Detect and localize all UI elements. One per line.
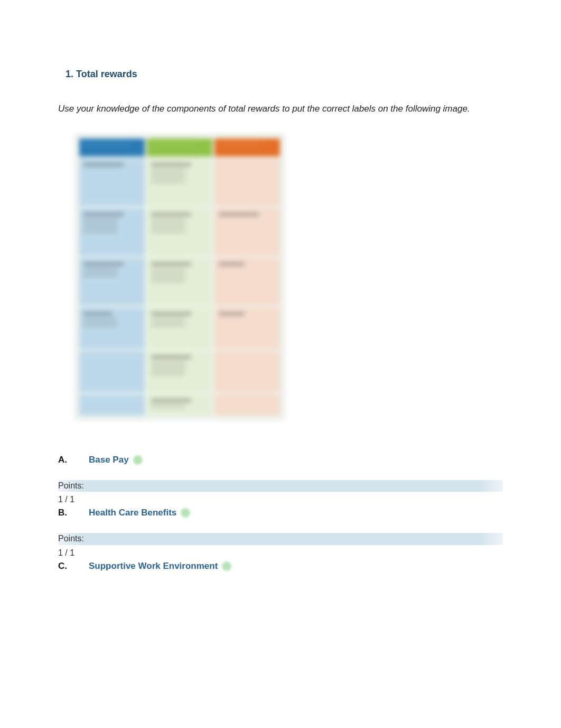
points-label: Points: [58,534,503,543]
cell [147,208,212,256]
table-row [78,257,281,307]
table-row [78,207,281,257]
chart-footer-text [74,421,285,429]
points-block: Points: 1 / 1 [58,480,503,505]
cell [214,351,280,392]
table-row [78,307,281,350]
total-rewards-table [74,133,285,421]
table-header-row [78,137,281,158]
cell [79,308,145,349]
question-container: 1. Total rewards Use your knowledge of t… [58,69,503,572]
points-value: 1 / 1 [58,548,503,558]
correct-badge-icon [222,561,231,571]
points-label: Points: [58,481,503,491]
cell [79,208,145,256]
correct-badge-icon [181,508,190,518]
cell [79,258,145,306]
cell [79,394,145,416]
table-row [78,158,281,207]
answer-label: A. [58,455,89,465]
points-value: 1 / 1 [58,495,503,504]
points-bar: Points: [58,533,503,545]
table-row [78,393,281,417]
answer-label: C. [58,561,89,572]
header-col1 [79,139,145,156]
answer-text[interactable]: Health Care Benefits [89,508,176,518]
cell [214,159,280,206]
question-instructions: Use your knowledge of the components of … [58,101,503,117]
cell [147,394,212,416]
points-block: Points: 1 / 1 [58,533,503,558]
labeling-image [74,133,285,444]
header-col2 [147,139,212,156]
cell [214,308,280,349]
answer-row-b: B. Health Care Benefits [58,508,503,518]
cell [214,394,280,416]
answer-text[interactable]: Base Pay [89,455,129,465]
answer-row-a: A. Base Pay [58,455,503,465]
cell [147,308,212,349]
correct-badge-icon [133,455,143,465]
cell [147,258,212,306]
cell [214,208,280,256]
cell [79,351,145,392]
answer-row-c: C. Supportive Work Environment [58,561,503,572]
answer-label: B. [58,508,89,518]
cell [79,159,145,206]
points-bar: Points: [58,480,503,492]
table-row [78,350,281,393]
answer-text[interactable]: Supportive Work Environment [89,561,218,572]
cell [147,159,212,206]
header-col3 [214,139,280,156]
cell [147,351,212,392]
cell [214,258,280,306]
question-title: 1. Total rewards [66,69,503,80]
chart-caption [74,432,285,444]
